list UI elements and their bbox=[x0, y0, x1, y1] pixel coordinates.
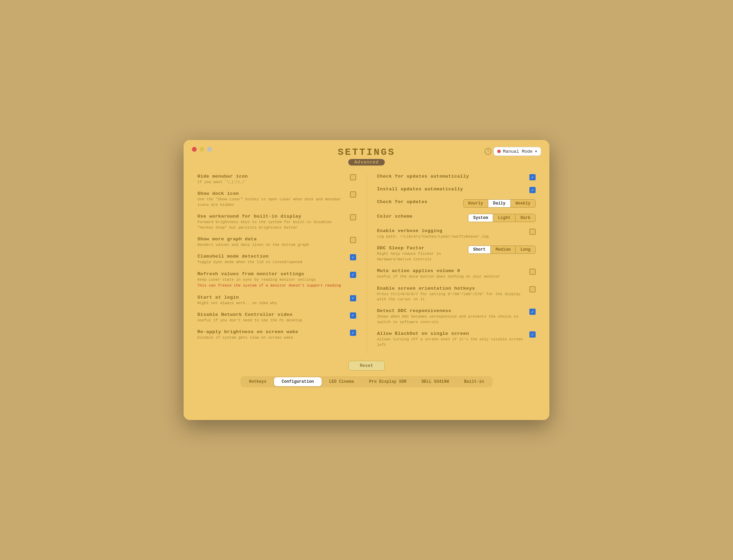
button-group-check-updates-freq: HourlyDailyWeekly bbox=[463, 199, 536, 208]
setting-item-mute-volume: Mute action applies volume 0Useful if th… bbox=[377, 268, 536, 279]
setting-desc-detect-ddc: Shows when DDC becomes unresponsive and … bbox=[377, 314, 526, 325]
tab-configuration[interactable]: Configuration bbox=[274, 377, 322, 386]
right-column: Check for updates automaticallyInstall u… bbox=[366, 174, 536, 354]
setting-item-screen-orientation: Enable screen orientation hotkeysPress C… bbox=[377, 286, 536, 302]
tab-built-in[interactable]: Built-in bbox=[457, 377, 492, 386]
mode-dropdown[interactable]: Manual Mode ▾ bbox=[493, 147, 541, 156]
setting-label-show-dock-icon: Show dock icon bbox=[197, 191, 346, 196]
traffic-lights bbox=[192, 147, 212, 152]
setting-desc-workaround-builtin: Forward brightness keys to the system fo… bbox=[197, 220, 346, 230]
checkbox-show-dock-icon[interactable] bbox=[350, 191, 356, 198]
setting-label-color-scheme: Color scheme bbox=[377, 214, 465, 219]
setting-label-check-updates-freq: Check for updates bbox=[377, 199, 460, 204]
mode-control: ? Manual Mode ▾ bbox=[485, 147, 541, 156]
tab-dell-u3419w[interactable]: DELL U3419W bbox=[414, 377, 457, 386]
setting-label-disable-network: Disable Network Controller video bbox=[197, 312, 346, 317]
minimize-button[interactable] bbox=[199, 147, 204, 152]
setting-label-verbose-logging: Enable verbose logging bbox=[377, 228, 526, 233]
setting-label-detect-ddc: Detect DDC responsiveness bbox=[377, 308, 526, 313]
setting-desc-allow-blackout: Allows turning off a screen even if it's… bbox=[377, 337, 526, 348]
setting-label-install-updates-auto: Install updates automatically bbox=[377, 187, 526, 192]
setting-item-detect-ddc: Detect DDC responsivenessShows when DDC … bbox=[377, 308, 536, 325]
btn-hourly-check-updates-freq[interactable]: Hourly bbox=[463, 199, 488, 208]
tab-led-cinema[interactable]: LED Cinema bbox=[322, 377, 362, 386]
checkbox-start-login[interactable] bbox=[350, 295, 356, 301]
checkbox-refresh-monitor[interactable] bbox=[350, 272, 356, 278]
setting-desc-show-more-graph: Renders values and data lines on the bot… bbox=[197, 242, 346, 248]
maximize-button[interactable] bbox=[207, 147, 212, 152]
setting-desc-mute-volume: Useful if the mute button does nothing o… bbox=[377, 274, 526, 279]
btn-daily-check-updates-freq[interactable]: Daily bbox=[488, 199, 511, 208]
checkbox-clamshell-mode[interactable] bbox=[350, 254, 356, 260]
setting-desc-screen-orientation: Press Ctrl+0/9/8/7 for setting 0°/90°/18… bbox=[377, 292, 526, 302]
subtitle-badge: Advanced bbox=[348, 159, 385, 166]
tab-pro-display-xdr[interactable]: Pro Display XDR bbox=[362, 377, 414, 386]
setting-label-show-more-graph: Show more graph data bbox=[197, 237, 346, 242]
setting-label-hide-menubar-icon: Hide menubar icon bbox=[197, 174, 346, 179]
btn-system-color-scheme[interactable]: System bbox=[468, 214, 493, 222]
settings-content: Hide menubar iconIf you want ¯\_(ツ)_/¯Sh… bbox=[184, 166, 549, 357]
setting-label-clamshell-mode: Clamshell mode detection bbox=[197, 254, 346, 259]
settings-window: SETTINGS Advanced ? Manual Mode ▾ Hide m… bbox=[184, 140, 549, 420]
setting-item-color-scheme: Color schemeSystemLightDark bbox=[377, 214, 536, 222]
setting-label-workaround-builtin: Use workaround for built-in display bbox=[197, 214, 346, 219]
setting-label-refresh-monitor: Refresh values from monitor settings bbox=[197, 271, 346, 277]
checkbox-hide-menubar-icon[interactable] bbox=[350, 174, 356, 180]
setting-item-show-dock-icon: Show dock iconUse the "Show Lunar" hotke… bbox=[197, 191, 356, 208]
setting-item-check-updates-auto: Check for updates automatically bbox=[377, 174, 536, 180]
chevron-down-icon: ▾ bbox=[535, 149, 537, 154]
checkbox-reapply-brightness[interactable] bbox=[350, 330, 356, 336]
setting-item-install-updates-auto: Install updates automatically bbox=[377, 187, 536, 193]
setting-item-allow-blackout: Allow BlackOut on single screenAllows tu… bbox=[377, 331, 536, 348]
button-group-color-scheme: SystemLightDark bbox=[468, 214, 536, 222]
titlebar: SETTINGS Advanced ? Manual Mode ▾ bbox=[184, 140, 549, 166]
close-button[interactable] bbox=[192, 147, 197, 152]
setting-desc2-refresh-monitor: This can freeze the system if a monitor … bbox=[197, 283, 346, 288]
setting-item-show-more-graph: Show more graph dataRenders values and d… bbox=[197, 237, 356, 248]
setting-label-reapply-brightness: Re-apply brightness on screen wake bbox=[197, 329, 346, 334]
setting-item-reapply-brightness: Re-apply brightness on screen wakeDisabl… bbox=[197, 329, 356, 340]
help-icon[interactable]: ? bbox=[485, 148, 491, 155]
title-section: SETTINGS Advanced bbox=[338, 147, 395, 166]
checkbox-detect-ddc[interactable] bbox=[529, 309, 536, 315]
btn-short-ddc-sleep-factor[interactable]: Short bbox=[468, 246, 491, 254]
checkbox-allow-blackout[interactable] bbox=[529, 331, 536, 338]
mode-label: Manual Mode bbox=[503, 149, 532, 154]
setting-item-check-updates-freq: Check for updatesHourlyDailyWeekly bbox=[377, 199, 536, 208]
setting-item-disable-network: Disable Network Controller videoUseful i… bbox=[197, 312, 356, 323]
checkbox-check-updates-auto[interactable] bbox=[529, 174, 536, 180]
checkbox-disable-network[interactable] bbox=[350, 312, 356, 319]
setting-item-refresh-monitor: Refresh values from monitor settingsKeep… bbox=[197, 271, 356, 289]
setting-item-verbose-logging: Enable verbose loggingLog path: ~/Librar… bbox=[377, 228, 536, 239]
setting-label-start-login: Start at login bbox=[197, 295, 346, 300]
setting-desc-start-login: Might not always work.. no idea why bbox=[197, 301, 346, 306]
checkbox-screen-orientation[interactable] bbox=[529, 286, 536, 292]
checkbox-workaround-builtin[interactable] bbox=[350, 214, 356, 220]
checkbox-mute-volume[interactable] bbox=[529, 269, 536, 275]
window-title: SETTINGS bbox=[338, 147, 395, 158]
tabs-bar: HotkeysConfigurationLED CinemaPro Displa… bbox=[241, 376, 493, 387]
setting-desc-reapply-brightness: Disable if system gets slow on screen wa… bbox=[197, 335, 346, 340]
btn-light-color-scheme[interactable]: Light bbox=[493, 214, 516, 222]
tab-hotkeys[interactable]: Hotkeys bbox=[242, 377, 274, 386]
setting-desc-disable-network: Useful if you don't need to see the Pi d… bbox=[197, 318, 346, 323]
mode-dot bbox=[497, 150, 501, 153]
checkbox-show-more-graph[interactable] bbox=[350, 237, 356, 243]
setting-desc-clamshell-mode: Toggle Sync mode when the lid is closed/… bbox=[197, 260, 346, 265]
setting-label-mute-volume: Mute action applies volume 0 bbox=[377, 268, 526, 273]
setting-desc-ddc-sleep-factor: Might help reduce flicker in Hardware/Na… bbox=[377, 251, 465, 262]
setting-item-workaround-builtin: Use workaround for built-in displayForwa… bbox=[197, 214, 356, 230]
btn-dark-color-scheme[interactable]: Dark bbox=[516, 214, 536, 222]
btn-medium-ddc-sleep-factor[interactable]: Medium bbox=[491, 246, 516, 254]
setting-desc-refresh-monitor: Keep Lunar state in sync by reading moni… bbox=[197, 277, 346, 282]
checkbox-verbose-logging[interactable] bbox=[529, 229, 536, 235]
checkbox-install-updates-auto[interactable] bbox=[529, 187, 536, 193]
reset-button[interactable]: Reset bbox=[348, 361, 384, 371]
button-group-ddc-sleep-factor: ShortMediumLong bbox=[468, 246, 536, 254]
setting-label-check-updates-auto: Check for updates automatically bbox=[377, 174, 526, 179]
setting-desc-verbose-logging: Log path: ~/Library/Caches/Lunar/swiftyb… bbox=[377, 234, 526, 239]
left-column: Hide menubar iconIf you want ¯\_(ツ)_/¯Sh… bbox=[197, 174, 366, 354]
btn-long-ddc-sleep-factor[interactable]: Long bbox=[516, 246, 536, 254]
btn-weekly-check-updates-freq[interactable]: Weekly bbox=[511, 199, 536, 208]
setting-desc-show-dock-icon: Use the "Show Lunar" hotkey to open Luna… bbox=[197, 197, 346, 208]
